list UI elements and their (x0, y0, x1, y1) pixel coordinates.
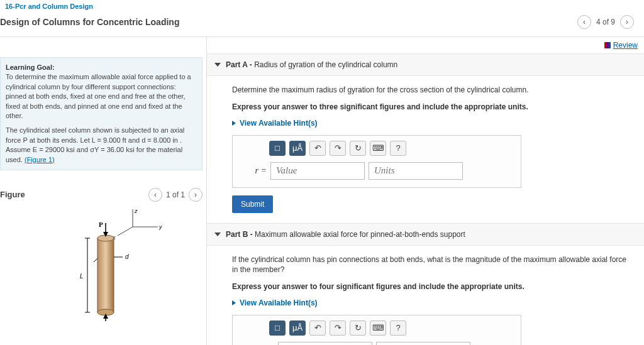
figure-link[interactable]: (Figure 1) (25, 156, 55, 163)
special-chars-button[interactable]: μÅ (289, 141, 306, 156)
svg-text:P: P (99, 221, 103, 228)
special-chars-button[interactable]: μÅ (289, 320, 306, 336)
help-button[interactable]: ? (390, 141, 406, 156)
part-a-title: Radius of gyration of the cylindrical co… (254, 60, 397, 69)
figure-pager: ‹ 1 of 1 › (148, 188, 203, 202)
learning-goal-box: Learning Goal: To determine the maximum … (0, 57, 203, 170)
svg-line-2 (118, 227, 133, 236)
title-bar: Design of Columns for Concentric Loading… (0, 13, 644, 37)
part-b-title: Maximum allowable axial force for pinned… (255, 230, 465, 239)
svg-text:z: z (134, 208, 138, 214)
prev-page-button[interactable]: ‹ (577, 15, 591, 29)
redo-button[interactable]: ↷ (330, 320, 346, 336)
svg-text:y: y (158, 224, 162, 230)
svg-text:P: P (108, 320, 112, 321)
part-a-toolbar: □ μÅ ↶ ↷ ↻ ⌨ ? (269, 141, 514, 156)
figure-area: z y x P (0, 202, 203, 315)
learning-goal-heading: Learning Goal: (6, 63, 55, 71)
part-a-units-input[interactable] (369, 162, 463, 180)
figure-next-button[interactable]: › (189, 188, 203, 202)
part-a-label: Part A - (226, 60, 252, 69)
page-title: Design of Columns for Concentric Loading (0, 17, 179, 27)
part-a-answer-box: □ μÅ ↶ ↷ ↻ ⌨ ? r = (232, 135, 521, 188)
part-b-units-input[interactable] (376, 342, 470, 345)
part-a-variable-label: r = (239, 166, 267, 176)
part-a-instructions: Express your answer to three significant… (232, 102, 528, 111)
part-b-body: If the cylindrical column has pin connec… (207, 246, 644, 345)
keyboard-button[interactable]: ⌨ (370, 141, 386, 156)
figure-prev-button[interactable]: ‹ (148, 188, 162, 202)
content-panel: Review Part A - Radius of gyration of th… (206, 37, 644, 345)
part-b-header[interactable]: Part B - Maximum allowable axial force f… (207, 223, 644, 246)
figure-heading: Figure (0, 190, 25, 199)
pager-text: 4 of 9 (596, 18, 615, 26)
learning-goal-text-1: To determine the maximum allowable axial… (6, 72, 197, 121)
svg-line-16 (94, 258, 97, 262)
part-a-body: Determine the maximum radius of gyration… (207, 76, 644, 223)
breadcrumb[interactable]: 16-Pcr and Column Design (0, 0, 644, 13)
fraction-template-button[interactable]: □ (269, 320, 286, 336)
column-figure-svg: z y x P (38, 208, 164, 321)
redo-button[interactable]: ↷ (330, 141, 346, 156)
part-a-submit-button[interactable]: Submit (232, 195, 273, 213)
svg-text:d: d (125, 253, 129, 260)
keyboard-button[interactable]: ⌨ (370, 320, 386, 336)
page-pager: ‹ 4 of 9 › (577, 15, 639, 29)
part-b-toolbar: □ μÅ ↶ ↷ ↻ ⌨ ? (269, 320, 514, 336)
fraction-template-button[interactable]: □ (269, 141, 286, 156)
part-a-header[interactable]: Part A - Radius of gyration of the cylin… (207, 53, 644, 76)
part-b-hints-link[interactable]: View Available Hint(s) (232, 298, 318, 307)
left-panel: Learning Goal: To determine the maximum … (0, 37, 206, 345)
reset-button[interactable]: ↻ (350, 320, 366, 336)
part-b-question: If the cylindrical column has pin connec… (232, 255, 631, 276)
undo-button[interactable]: ↶ (309, 141, 326, 156)
svg-rect-6 (97, 238, 114, 312)
figure-header: Figure ‹ 1 of 1 › (0, 188, 203, 202)
part-b-answer-box: □ μÅ ↶ ↷ ↻ ⌨ ? Pallow = (232, 315, 521, 345)
reset-button[interactable]: ↻ (350, 141, 366, 156)
part-b-label: Part B - (226, 230, 253, 239)
undo-button[interactable]: ↶ (309, 320, 326, 336)
next-page-button[interactable]: › (620, 15, 634, 29)
part-b-instructions: Express your answer to four significant … (232, 282, 525, 291)
part-a-hints-link[interactable]: View Available Hint(s) (232, 119, 318, 128)
svg-text:L: L (80, 273, 84, 280)
figure-pager-text: 1 of 1 (166, 190, 185, 199)
caret-down-icon (214, 63, 221, 67)
review-link[interactable]: Review (604, 41, 638, 50)
help-button[interactable]: ? (390, 320, 406, 336)
caret-down-icon (214, 233, 221, 236)
part-a-value-input[interactable] (270, 162, 365, 180)
part-b-value-input[interactable] (278, 342, 372, 345)
part-a-question: Determine the maximum radius of gyration… (232, 85, 631, 96)
